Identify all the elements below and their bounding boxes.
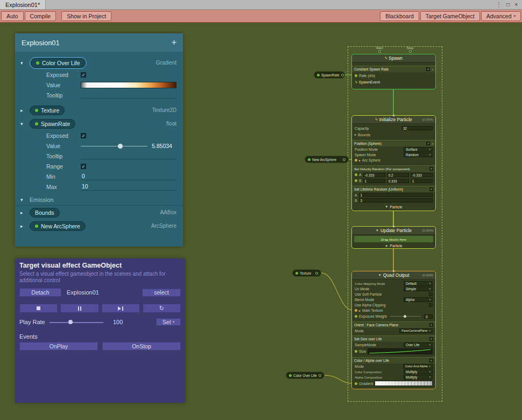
block-color-alpha-over-life[interactable]: Color / Alpha over Life ✓ (352, 357, 435, 363)
port-circle-icon[interactable] (343, 158, 345, 161)
exposed-checkbox[interactable]: ✓ (81, 72, 86, 78)
color-composition-dropdown[interactable]: Multiply ▾ (404, 369, 433, 374)
tooltip-field[interactable] (81, 92, 177, 99)
velocity-b-y-field[interactable]: 0.333 (387, 179, 409, 183)
block-enabled-checkbox[interactable]: ✓ (429, 187, 433, 191)
range-checkbox[interactable]: ✓ (81, 164, 86, 169)
slider-thumb[interactable] (68, 320, 73, 324)
compile-button[interactable]: Compile (25, 11, 57, 21)
block-enabled-checkbox[interactable]: ✓ (429, 337, 433, 341)
node-header[interactable]: ▼ Quad Output (0.00%) (352, 271, 435, 279)
lifetime-a-field[interactable]: 1 (359, 193, 433, 197)
advanced-dropdown-button[interactable]: Advanced ▾ (481, 11, 521, 21)
param-row-spawnrate[interactable]: ▾ SpawnRate float (15, 117, 183, 130)
chevron-down-icon[interactable]: ▾ (20, 121, 27, 127)
block-position-sphere[interactable]: Position (Sphere) ✓ ▾ (352, 140, 435, 146)
onstop-button[interactable]: OnStop (102, 342, 181, 351)
detach-button[interactable]: Detach (19, 288, 61, 297)
step-button[interactable] (102, 304, 140, 313)
auto-button[interactable]: Auto (1, 11, 24, 21)
stop-button[interactable] (19, 304, 58, 313)
port-circle-icon[interactable] (315, 272, 318, 275)
node-spawn[interactable]: Start Stop ϟ Spawn Constant Spawn Rate ✓… (351, 54, 436, 89)
color-mode-dropdown[interactable]: Color And Alpha ▾ (403, 364, 433, 369)
alpha-clipping-checkbox[interactable] (429, 303, 433, 307)
gradient-value-field[interactable] (81, 82, 177, 88)
onplay-button[interactable]: OnPlay (19, 342, 98, 351)
bounds-row[interactable]: ▸ Bounds (352, 131, 435, 138)
param-pill-color-over-life[interactable]: Color Over Life (31, 58, 86, 68)
exposure-slider[interactable] (390, 316, 421, 317)
exposed-checkbox[interactable]: ✓ (81, 133, 86, 138)
slider-thumb[interactable] (404, 315, 406, 318)
pause-button[interactable] (60, 304, 98, 313)
block-constant-spawn-rate[interactable]: Constant Spawn Rate ✓ ▾ (352, 66, 435, 72)
velocity-b-z-field[interactable]: 1 (411, 179, 433, 183)
main-texture-port-icon[interactable] (355, 309, 357, 312)
orient-mode-dropdown[interactable]: FaceCameraPlane ▾ (399, 328, 433, 333)
slider-thumb[interactable] (118, 144, 123, 149)
block-enabled-checkbox[interactable]: ✓ (429, 359, 433, 362)
play-rate-value[interactable]: 100 (113, 319, 123, 325)
blackboard-toggle-button[interactable]: Blackboard (380, 11, 419, 21)
exposure-field[interactable]: 0 (424, 314, 433, 319)
param-row-color-over-life[interactable]: ▾ Color Over Life Gradient (15, 56, 183, 69)
block-enabled-checkbox[interactable]: ✓ (426, 142, 430, 145)
gradient-field[interactable] (375, 381, 433, 386)
block-enabled-checkbox[interactable]: ✓ (429, 167, 433, 171)
block-drop-zone[interactable]: Drag blocks here (354, 236, 433, 242)
param-row-texture[interactable]: ▸ Texture Texture2D (15, 103, 183, 117)
category-emission[interactable]: ▾ Emission (15, 194, 183, 206)
chevron-right-icon[interactable]: ▸ (20, 223, 27, 229)
block-orient[interactable]: Orient : Face Camera Plane ✓ (352, 321, 435, 328)
set-rate-button[interactable]: Set ▾ (156, 318, 181, 326)
pill-new-arcsphere[interactable]: New ArcSphere (305, 156, 349, 163)
chevron-down-icon[interactable]: ▾ (20, 197, 27, 202)
tooltip-field[interactable] (81, 153, 177, 159)
param-pill-texture[interactable]: Texture (30, 106, 65, 115)
color-mapping-dropdown[interactable]: Default ▾ (404, 281, 433, 286)
blend-mode-dropdown[interactable]: Alpha ▾ (404, 297, 433, 302)
value-number-field[interactable]: 5.85034 (152, 143, 177, 149)
particle-output-port[interactable]: ▼ Particle (352, 203, 435, 211)
sample-mode-dropdown[interactable]: Over Life ▾ (404, 342, 433, 347)
kebab-menu-icon[interactable]: ⋮ (496, 2, 502, 8)
arc-sphere-port-icon[interactable] (355, 159, 357, 162)
port-circle-icon[interactable] (341, 74, 344, 76)
capacity-field[interactable]: 32 (401, 126, 433, 130)
target-gameobject-toggle-button[interactable]: Target GameObject (420, 11, 480, 21)
gradient-port-icon[interactable] (355, 382, 357, 385)
block-enabled-checkbox[interactable]: ✓ (426, 67, 430, 71)
port-circle-icon[interactable] (319, 374, 321, 377)
pill-texture[interactable]: Texture (292, 269, 321, 277)
soft-particle-checkbox[interactable] (429, 292, 433, 296)
chevron-right-icon[interactable]: ▸ (359, 309, 361, 312)
velocity-b-x-field[interactable]: 1 (363, 179, 385, 183)
a-port-icon[interactable] (355, 173, 357, 176)
exposure-port-icon[interactable] (355, 315, 357, 318)
b-port-icon[interactable] (355, 179, 357, 182)
chevron-right-icon[interactable]: ▸ (355, 133, 356, 136)
lifetime-b-field[interactable]: 3 (359, 198, 433, 202)
node-header[interactable]: ϟ Spawn (352, 54, 435, 62)
select-button[interactable]: select (142, 289, 181, 297)
param-pill-bounds[interactable]: Bounds (30, 208, 60, 218)
chevron-down-icon[interactable]: ▾ (20, 60, 27, 66)
uv-mode-dropdown[interactable]: Simple ▾ (404, 286, 433, 291)
alpha-composition-dropdown[interactable]: Multiply ▾ (404, 375, 433, 380)
node-header[interactable]: ϟ Initialize Particle (0.00%) (352, 116, 435, 124)
spawnevent-output-port[interactable]: ϟ SpawnEvent (352, 79, 435, 86)
param-row-new-arcsphere[interactable]: ▸ New ArcSphere ArcSphere (15, 219, 183, 233)
graph-canvas[interactable]: Start Stop ϟ Spawn Constant Spawn Rate ✓… (0, 23, 522, 420)
add-parameter-button[interactable]: + (172, 38, 177, 47)
chevron-right-icon[interactable]: ▸ (359, 159, 361, 162)
window-tab[interactable]: Explosion01* (0, 0, 46, 9)
spawn-start-port[interactable]: Start (373, 46, 385, 53)
chevron-right-icon[interactable]: ▸ (20, 108, 27, 113)
node-quad-output[interactable]: ▼ ▼ Quad Output (0.00%) Color Mapping Mo… (351, 271, 436, 389)
position-mode-dropdown[interactable]: Surface ▾ (404, 147, 433, 152)
param-row-bounds[interactable]: ▸ Bounds AABox (15, 206, 183, 219)
size-port-icon[interactable] (355, 350, 357, 353)
pill-spawnrate[interactable]: SpawnRate (314, 71, 345, 79)
block-enabled-checkbox[interactable]: ✓ (429, 323, 433, 327)
